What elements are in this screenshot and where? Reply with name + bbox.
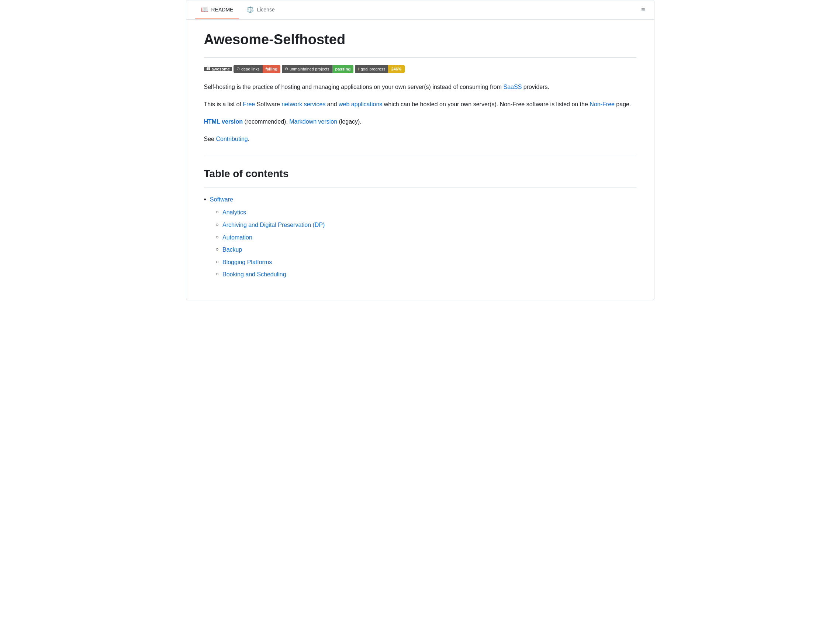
toc-link-booking-scheduling[interactable]: Booking and Scheduling: [223, 270, 286, 279]
github-icon-1: ⊙: [237, 66, 240, 71]
toc-list: Software: [204, 195, 636, 205]
tabs-left: 📖 README ⚖️ License: [195, 0, 281, 19]
liberapay-icon: ℓ: [358, 67, 359, 71]
sunglasses-icon: 🕶: [206, 67, 210, 71]
contributing-paragraph: See Contributing.: [204, 134, 636, 144]
non-free-link[interactable]: Non-Free: [589, 101, 614, 108]
list-item: Backup: [216, 245, 636, 255]
github-icon-2: ⊙: [285, 66, 288, 71]
intro-paragraph-1: Self-hosting is the practice of hosting …: [204, 82, 636, 92]
badge-dead-links[interactable]: ⊙ dead links failing: [234, 65, 280, 73]
badge-unmaintained[interactable]: ⊙ unmaintained projects passing: [282, 65, 354, 73]
tab-bar: 📖 README ⚖️ License ≡: [186, 0, 654, 19]
toc-link-archiving[interactable]: Archiving and Digital Preservation (DP): [223, 220, 325, 230]
version-links-paragraph: HTML version (recommended), Markdown ver…: [204, 117, 636, 127]
toc-divider: [204, 187, 636, 187]
badge-awesome[interactable]: 🕶 awesome: [204, 65, 232, 73]
toc-link-software[interactable]: Software: [210, 195, 233, 204]
book-icon: 📖: [201, 6, 208, 13]
section-divider: [204, 156, 636, 156]
tab-license[interactable]: ⚖️ License: [240, 0, 280, 19]
web-applications-link[interactable]: web applications: [339, 101, 382, 108]
page-title: Awesome-Selfhosted: [204, 32, 636, 48]
content-area: Awesome-Selfhosted 🕶 awesome ⊙ dead link…: [186, 19, 654, 300]
toc-title: Table of contents: [204, 168, 636, 180]
list-item: Analytics: [216, 208, 636, 217]
network-services-link[interactable]: network services: [281, 101, 325, 108]
list-item: Blogging Platforms: [216, 258, 636, 267]
badges-row: 🕶 awesome ⊙ dead links failing ⊙ unmaint…: [204, 65, 636, 73]
toc-sublist: Analytics Archiving and Digital Preserva…: [216, 208, 636, 279]
tab-readme[interactable]: 📖 README: [195, 0, 239, 19]
toc-link-automation[interactable]: Automation: [223, 233, 252, 242]
list-item: Booking and Scheduling: [216, 270, 636, 279]
toc-link-backup[interactable]: Backup: [223, 245, 242, 255]
free-link[interactable]: Free: [243, 101, 255, 108]
hamburger-icon[interactable]: ≡: [641, 6, 645, 14]
html-version-link[interactable]: HTML version: [204, 119, 243, 125]
main-container: 📖 README ⚖️ License ≡ Awesome-Selfhosted…: [186, 0, 654, 301]
intro-paragraph-2: This is a list of Free Software network …: [204, 99, 636, 109]
list-item: Archiving and Digital Preservation (DP): [216, 220, 636, 230]
toc-link-blogging-platforms[interactable]: Blogging Platforms: [223, 258, 272, 267]
markdown-version-link[interactable]: Markdown version: [289, 119, 337, 125]
title-divider: [204, 57, 636, 58]
list-item: Automation: [216, 233, 636, 242]
toc-item-software: Software: [204, 195, 636, 205]
balance-icon: ⚖️: [246, 6, 254, 13]
tabs-right: ≡: [641, 6, 645, 14]
badge-goal-progress[interactable]: ℓ goal progress 246%: [355, 65, 404, 73]
toc-link-analytics[interactable]: Analytics: [223, 208, 246, 217]
badge-awesome-text: awesome: [212, 67, 230, 71]
saass-link[interactable]: SaaSS: [503, 84, 522, 90]
contributing-link[interactable]: Contributing: [216, 136, 248, 142]
